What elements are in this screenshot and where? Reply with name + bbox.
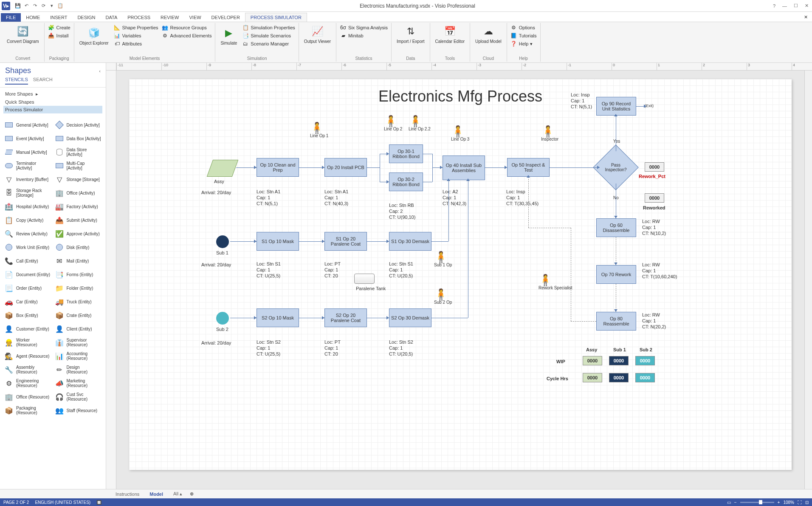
zoom-in-icon[interactable]: +	[778, 500, 780, 505]
tab-design[interactable]: DESIGN	[72, 13, 100, 22]
tab-file[interactable]: FILE	[1, 13, 21, 22]
simulation-properties-button[interactable]: 📋Simulation Properties	[241, 24, 296, 31]
maximize-button[interactable]: ☐	[792, 3, 800, 8]
tab-insert[interactable]: INSERT	[45, 13, 72, 22]
minitab-button[interactable]: ▰Minitab	[339, 32, 389, 40]
simulate-scenarios-button[interactable]: 📑Simulate Scenarios	[241, 32, 296, 40]
vertical-scrollbar[interactable]	[804, 71, 812, 489]
scenario-manager-button[interactable]: 🗂Scenario Manager	[241, 40, 296, 48]
fit-page-icon[interactable]: ⛶	[798, 500, 802, 505]
person-line-op1[interactable]: 🧍Line Op 1	[310, 122, 321, 138]
person-line-op3[interactable]: 🧍Line Op 3	[451, 126, 462, 141]
copy-icon[interactable]: 📋	[57, 3, 64, 9]
node-op90[interactable]: Op 90 Record Unit Statistics	[596, 97, 636, 116]
import-export-button[interactable]: ⇅Import / Export	[394, 24, 427, 45]
stencil-item[interactable]: ✉Mail (Entity)	[54, 254, 103, 267]
stencil-item[interactable]: 🔧Assembly (Resource)	[3, 363, 52, 376]
stencil-item[interactable]: 🗄Storage Rack [Storage]	[3, 187, 52, 199]
shape-properties-button[interactable]: 📐Shape Properties	[113, 24, 159, 31]
stencil-item[interactable]: ✅Approve (Activity)	[54, 227, 103, 240]
sheet-all[interactable]: All ▴	[168, 490, 187, 498]
zoom-out-icon[interactable]: −	[734, 500, 737, 505]
stencil-item[interactable]: General [Activity]	[3, 119, 52, 131]
stencil-item[interactable]: 📤Submit (Activity)	[54, 214, 103, 226]
stencil-item[interactable]: 📄Document (Entity)	[3, 268, 52, 281]
canvas-scroll[interactable]: Electronics Mfg Process Loc: InspCap: 1C…	[116, 71, 804, 489]
stencils-tab[interactable]: STENCILS	[5, 77, 28, 85]
refresh-icon[interactable]: ⟳	[40, 3, 47, 9]
node-s1op20[interactable]: S1 Op 20 Paralene Coat	[324, 232, 367, 251]
node-op50[interactable]: Op 50 Inspect & Test	[507, 158, 550, 177]
node-s1op10[interactable]: S1 Op 10 Mask	[257, 232, 299, 251]
stencil-item[interactable]: 👷Worker (Resource)	[3, 336, 52, 349]
node-op80[interactable]: Op 80 Reassemble	[596, 312, 636, 331]
stencil-item[interactable]: 🏢Office (Resource)	[3, 390, 52, 403]
stencil-item[interactable]: 🎧Cust Svc (Resource)	[54, 390, 103, 403]
create-button[interactable]: 🧩Create	[47, 24, 71, 31]
stencil-item[interactable]: ▽Storage [Storage]	[54, 173, 103, 186]
view-presentation-icon[interactable]: ▭	[727, 500, 731, 505]
node-s1op30[interactable]: S1 Op 30 Demask	[389, 232, 431, 251]
tab-view[interactable]: VIEW	[184, 13, 206, 22]
zoom-level[interactable]: 108%	[783, 500, 794, 505]
node-s2op30[interactable]: S2 Op 30 Demask	[389, 308, 431, 327]
stencil-item[interactable]: Manual [Activity]	[3, 146, 52, 158]
node-s2op10[interactable]: S2 Op 10 Mask	[257, 308, 299, 327]
node-op20[interactable]: Op 20 Install PCB	[324, 158, 367, 177]
simulate-button[interactable]: ▶Simulate	[218, 24, 240, 48]
stencil-item[interactable]: 📃Order (Entity)	[3, 282, 52, 294]
pan-zoom-icon[interactable]: ⊡	[805, 500, 809, 505]
stencil-item[interactable]: 📣Marketing (Resource)	[54, 377, 103, 390]
stencil-item[interactable]: Data Store [Activity]	[54, 146, 103, 158]
node-op301[interactable]: Op 30-1 Ribbon Bond	[389, 144, 423, 163]
stencil-item[interactable]: 📦Box (Entity)	[3, 309, 52, 322]
stencil-item[interactable]: 👥Staff (Resource)	[54, 404, 103, 417]
person-rework-specialist[interactable]: 🧍Rework Specialist	[539, 274, 550, 290]
person-sub2-op[interactable]: 🧍Sub 2 Op	[434, 289, 445, 305]
node-op70[interactable]: Op 70 Rework	[596, 265, 636, 284]
stencil-item[interactable]: 👔Supervisor (Resource)	[54, 336, 103, 349]
tab-review[interactable]: REVIEW	[155, 13, 184, 22]
tab-developer[interactable]: DEVELOPER	[206, 13, 245, 22]
options-button[interactable]: ⚙Options	[510, 24, 538, 31]
object-explorer-button[interactable]: 🧊Object Explorer	[77, 24, 111, 48]
tab-process-simulator[interactable]: PROCESS SIMULATOR	[245, 13, 307, 22]
stencil-item[interactable]: 👤Customer (Entity)	[3, 322, 52, 335]
stencil-item[interactable]: 🏭Factory (Activity)	[54, 200, 103, 213]
convert-diagram-button[interactable]: 🔄Convert Diagram	[4, 24, 42, 45]
tab-data[interactable]: DATA	[101, 13, 123, 22]
stencil-item[interactable]: 📁Folder (Entity)	[54, 282, 103, 294]
node-sub1[interactable]	[216, 235, 229, 248]
help-button[interactable]: ❓Help ▾	[510, 40, 538, 48]
stencil-item[interactable]: Work Unit (Entity)	[3, 241, 52, 254]
node-assy[interactable]	[207, 160, 239, 177]
node-op60[interactable]: Op 60 Disassemble	[596, 218, 636, 237]
advanced-elements-button[interactable]: ⚙Advanced Elements	[161, 32, 213, 40]
macro-icon[interactable]: 🔲	[96, 500, 102, 505]
person-sub1-op[interactable]: 🧍Sub 1 Op	[434, 252, 445, 267]
more-shapes-link[interactable]: More Shapes ▸	[5, 90, 101, 98]
stencil-item[interactable]: Data Box [Activity]	[54, 132, 103, 145]
quick-shapes-link[interactable]: Quick Shapes	[5, 98, 101, 106]
collapse-shapes-icon[interactable]: ‹	[99, 68, 101, 73]
upload-model-button[interactable]: ☁Upload Model	[473, 24, 504, 45]
stencil-item[interactable]: Decision [Activity]	[54, 119, 103, 131]
stencil-item[interactable]: 🚚Truck (Entity)	[54, 295, 103, 308]
person-line-op22[interactable]: 🧍Line Op 2.2	[409, 116, 420, 131]
calendar-editor-button[interactable]: 📅Calendar Editor	[433, 24, 467, 45]
resource-groups-button[interactable]: 👥Resource Groups	[161, 24, 213, 31]
six-sigma-button[interactable]: 6σSix Sigma Analysis	[339, 24, 389, 31]
stencil-item[interactable]: Event [Activity]	[3, 132, 52, 145]
add-sheet-button[interactable]: ⊕	[187, 491, 196, 497]
person-inspector[interactable]: 🧍Inspector	[541, 126, 552, 141]
install-button[interactable]: 📥Install	[47, 32, 71, 40]
stencil-item[interactable]: ▽Inventory [Buffer]	[3, 173, 52, 186]
attributes-button[interactable]: 🏷Attributes	[113, 40, 159, 48]
output-viewer-button[interactable]: 📈Output Viewer	[302, 24, 333, 45]
node-sub2[interactable]	[216, 312, 229, 325]
paralene-tank[interactable]	[354, 274, 375, 284]
stencil-item[interactable]: 🔍Review (Activity)	[3, 227, 52, 240]
stencil-item[interactable]: 📊Accounting (Resource)	[54, 350, 103, 362]
stencil-item[interactable]: 🏥Hospital (Activity)	[3, 200, 52, 213]
redo-icon[interactable]: ↷	[31, 3, 38, 9]
